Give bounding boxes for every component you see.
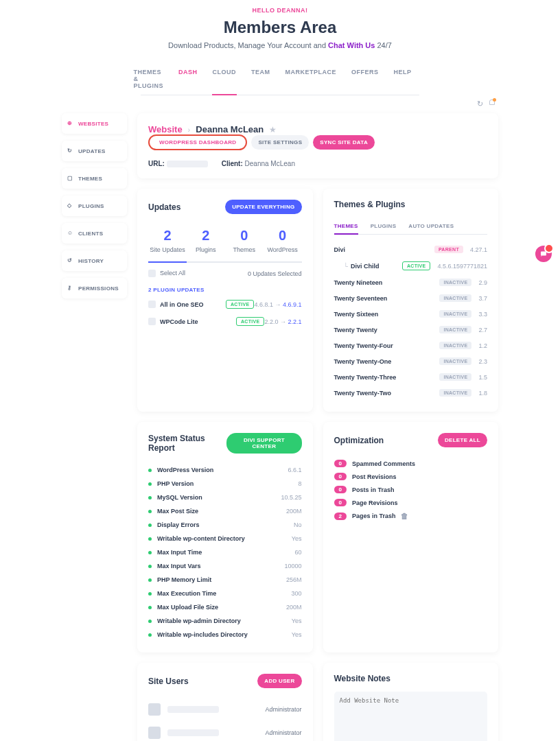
- theme-version: 3.3: [478, 311, 487, 318]
- select-all-checkbox[interactable]: [148, 270, 156, 277]
- status-row: Max Upload File Size 200M: [148, 600, 302, 614]
- status-badge: ACTIVE: [236, 317, 264, 326]
- sidebar-item-permissions[interactable]: ⚷PERMISSIONS: [62, 278, 127, 298]
- status-value: Yes: [292, 631, 302, 638]
- status-dot-icon: [148, 565, 152, 568]
- stat-themes[interactable]: 0Themes: [225, 224, 264, 261]
- user-name: [167, 729, 219, 736]
- subtitle: Download Products, Manage Your Account a…: [0, 41, 560, 49]
- optimization-count: 2: [334, 513, 347, 520]
- system-status-card: System Status Report DIVI SUPPORT CENTER…: [137, 422, 313, 652]
- optimization-row: 0 Posts in Trash: [334, 483, 488, 496]
- update-everything-button[interactable]: UPDATE EVERYTHING: [225, 200, 301, 214]
- trash-icon[interactable]: 🗑: [401, 512, 408, 520]
- delete-all-button[interactable]: DELETE ALL: [438, 433, 487, 447]
- key-icon: ⚷: [67, 285, 74, 292]
- status-dot-icon: [148, 633, 152, 637]
- optimization-name: Posts in Trash: [352, 486, 395, 493]
- chat-icon: [539, 250, 548, 258]
- updates-card: Updates UPDATE EVERYTHING 2Site Updates …: [137, 189, 313, 412]
- avatar: [148, 727, 161, 739]
- theme-name: Twenty Nineteen: [334, 279, 440, 286]
- nav-team[interactable]: TEAM: [251, 69, 270, 89]
- themes-plugins-title: Themes & Plugins: [334, 200, 488, 209]
- theme-row: Twenty Seventeen INACTIVE 3.7: [334, 290, 488, 306]
- add-user-button[interactable]: ADD USER: [257, 674, 301, 688]
- status-name: Max Execution Time: [157, 590, 291, 597]
- status-row: Max Input Vars 10000: [148, 559, 302, 573]
- nav-marketplace[interactable]: MARKETPLACE: [285, 69, 337, 89]
- avatar: [148, 703, 161, 716]
- chat-link[interactable]: Chat With Us: [328, 41, 375, 49]
- theme-row: Twenty Twenty-One INACTIVE 2.3: [334, 353, 488, 369]
- plugin-icon: ◇: [67, 202, 74, 209]
- update-checkbox[interactable]: [148, 301, 156, 308]
- bell-icon[interactable]: [489, 99, 495, 105]
- sidebar-item-websites[interactable]: ⊕WEBSITES: [62, 113, 127, 134]
- status-row: Writable wp-admin Directory Yes: [148, 614, 302, 628]
- user-role: Administrator: [265, 706, 301, 713]
- tab-auto-updates[interactable]: AUTO UPDATES: [408, 219, 454, 234]
- tab-themes[interactable]: THEMES: [334, 219, 358, 235]
- theme-version: 2.3: [478, 358, 487, 365]
- status-value: 8: [298, 480, 301, 487]
- theme-name: Divi Child: [351, 263, 402, 270]
- chevron-right-icon: ›: [188, 126, 191, 134]
- divi-support-center-button[interactable]: DIVI SUPPORT CENTER: [226, 433, 301, 454]
- update-checkbox[interactable]: [148, 318, 156, 325]
- sidebar-item-plugins[interactable]: ◇PLUGINS: [62, 196, 127, 216]
- nav-dash[interactable]: DASH: [178, 69, 198, 89]
- status-name: Max Input Time: [157, 549, 294, 556]
- select-all-label: Select All: [160, 270, 185, 277]
- nav-offers[interactable]: OFFERS: [351, 69, 379, 89]
- status-value: Yes: [292, 535, 302, 542]
- theme-version: 1.5: [478, 374, 487, 381]
- nav-themes-plugins[interactable]: THEMES & PLUGINS: [133, 69, 163, 89]
- status-dot-icon: [148, 551, 152, 554]
- url-label: URL:: [148, 160, 165, 167]
- stat-wordpress[interactable]: 0WordPress: [264, 224, 302, 261]
- update-version: 4.6.8.1 → 4.6.9.1: [254, 301, 301, 308]
- theme-row: Twenty Twenty-Three INACTIVE 1.5: [334, 369, 488, 385]
- optimization-count: 0: [334, 499, 347, 506]
- optimization-title: Optimization: [334, 436, 384, 445]
- page-title: Members Area: [0, 18, 560, 37]
- sidebar-item-updates[interactable]: ↻UPDATES: [62, 141, 127, 161]
- refresh-icon[interactable]: ↻: [477, 99, 484, 106]
- status-name: Writable wp-content Directory: [157, 535, 292, 542]
- star-icon[interactable]: ★: [269, 125, 277, 134]
- sidebar-item-clients[interactable]: ☺CLIENTS: [62, 223, 127, 244]
- stat-plugins[interactable]: 2Plugins: [187, 224, 225, 261]
- theme-status-badge: INACTIVE: [439, 294, 471, 302]
- website-note-input[interactable]: [334, 692, 488, 741]
- sync-site-data-button[interactable]: SYNC SITE DATA: [313, 135, 375, 150]
- status-row: PHP Version 8: [148, 477, 302, 491]
- stat-site-updates[interactable]: 2Site Updates: [148, 224, 187, 261]
- theme-name: Twenty Seventeen: [334, 295, 440, 302]
- nav-cloud[interactable]: CLOUD: [213, 69, 237, 89]
- status-name: PHP Memory Limit: [157, 576, 286, 583]
- nav-help[interactable]: HELP: [394, 69, 412, 89]
- client-label: Client:: [222, 160, 243, 167]
- optimization-row: 0 Spammed Comments: [334, 457, 488, 470]
- theme-icon: ▢: [67, 175, 74, 182]
- theme-row: Twenty Nineteen INACTIVE 2.9: [334, 274, 488, 290]
- sidebar-item-themes[interactable]: ▢THEMES: [62, 168, 127, 189]
- update-name: All in One SEO: [160, 301, 226, 308]
- wordpress-dashboard-button[interactable]: WORDPRESS DASHBOARD: [148, 134, 247, 150]
- site-settings-button[interactable]: SITE SETTINGS: [251, 135, 309, 150]
- breadcrumb-website[interactable]: Website: [148, 124, 183, 134]
- chat-fab[interactable]: [535, 246, 552, 262]
- status-name: Max Upload File Size: [157, 604, 286, 611]
- status-value: 10.5.25: [281, 494, 301, 501]
- updates-title: Updates: [148, 202, 180, 212]
- theme-name: Twenty Twenty-One: [334, 358, 440, 365]
- system-status-title: System Status Report: [148, 434, 226, 453]
- update-row: WPCode Lite ACTIVE 2.2.0 → 2.2.1: [148, 313, 302, 330]
- history-icon: ↺: [67, 257, 74, 264]
- status-dot-icon: [148, 496, 152, 499]
- sidebar-item-history[interactable]: ↺HISTORY: [62, 250, 127, 271]
- theme-status-badge: INACTIVE: [439, 310, 471, 318]
- tab-plugins[interactable]: PLUGINS: [371, 219, 397, 234]
- theme-name: Twenty Sixteen: [334, 311, 440, 318]
